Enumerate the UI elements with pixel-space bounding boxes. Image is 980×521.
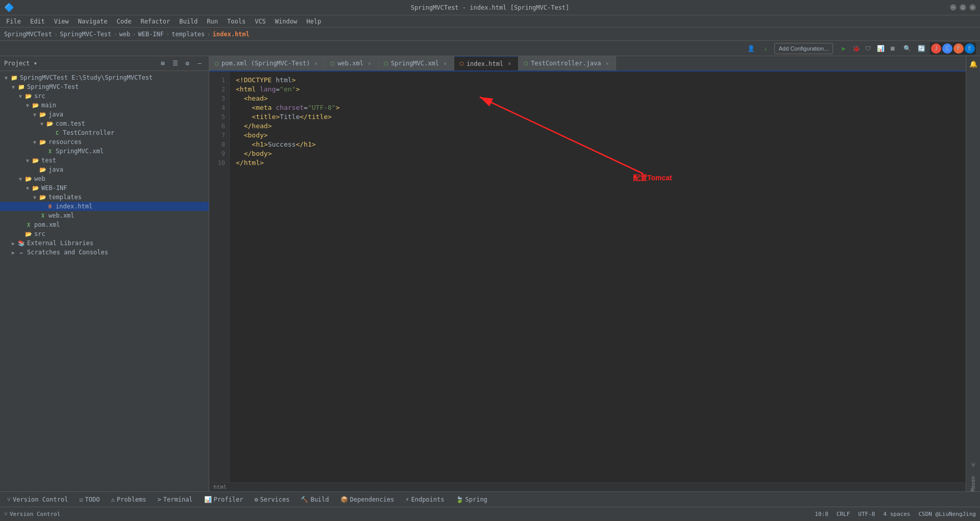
editor-tab-springmvc-xml[interactable]: ⬡SpringMVC.xml× [379, 56, 454, 70]
sidebar-collapse-all-icon[interactable]: ☰ [170, 58, 180, 68]
add-configuration-button[interactable]: Add Configuration... [774, 43, 833, 54]
bottom-tab-problems[interactable]: ⚠Problems [106, 493, 152, 506]
code-editor[interactable]: 12345678910 <!DOCTYPE html><html lang="e… [209, 72, 966, 482]
maximize-button[interactable]: □ [960, 4, 966, 11]
tree-item-testcontroller[interactable]: CTestController [0, 128, 209, 137]
tree-item-java[interactable]: ▼📂java [0, 110, 209, 119]
menu-item-help[interactable]: Help [302, 17, 325, 26]
menu-item-edit[interactable]: Edit [26, 17, 49, 26]
tree-label-com-test: com.test [56, 120, 85, 127]
breadcrumb-springmvctest[interactable]: SpringMVCTest [4, 31, 52, 38]
menu-item-vcs[interactable]: VCS [251, 17, 270, 26]
tab-label-index-html: index.html [467, 60, 503, 67]
tree-item-ext-libs[interactable]: ▶📚External Libraries [0, 239, 209, 248]
right-panel: 🔔 ⑂ Maven [966, 56, 980, 491]
bottom-tab-services[interactable]: ⚙Services [249, 493, 295, 506]
browser-icon-1[interactable]: J [931, 43, 941, 54]
bottom-tab-todo[interactable]: ☑TODO [74, 493, 105, 506]
title-bar: 🔷 SpringMVCTest - index.html [SpringMVC-… [0, 0, 980, 15]
coverage-button[interactable]: 🛡 [863, 43, 874, 54]
sidebar-hide-icon[interactable]: — [194, 58, 205, 68]
tree-item-springmvctest-root[interactable]: ▼📁SpringMVCTest E:\Study\SpringMVCTest [0, 73, 209, 82]
bottom-tab-terminal[interactable]: >Terminal [153, 493, 198, 506]
vcs-update-icon[interactable]: ↓ [760, 43, 771, 54]
menu-item-navigate[interactable]: Navigate [74, 17, 112, 26]
bottom-tab-spring[interactable]: 🍃Spring [451, 493, 493, 506]
tree-item-springmvc-xml[interactable]: XSpringMVC.xml [0, 147, 209, 156]
editor-tab-testcontroller-java[interactable]: ⬡TestController.java× [519, 56, 616, 70]
encoding-status[interactable]: UTF-8 [858, 511, 875, 517]
menu-item-window[interactable]: Window [271, 17, 301, 26]
menu-item-code[interactable]: Code [113, 17, 136, 26]
menu-item-build[interactable]: Build [175, 17, 202, 26]
line-col-status[interactable]: 10:8 [815, 511, 828, 517]
tree-item-pom-xml[interactable]: Xpom.xml [0, 220, 209, 229]
bottom-tab-dependencies[interactable]: 📦Dependencies [335, 493, 400, 506]
sidebar-expand-all-icon[interactable]: ⊞ [158, 58, 168, 68]
crlf-status[interactable]: CRLF [837, 511, 850, 517]
run-button[interactable]: ▶ [838, 43, 849, 54]
tree-item-main[interactable]: ▼📂main [0, 101, 209, 110]
menu-item-run[interactable]: Run [203, 17, 222, 26]
tab-close-springmvc-xml[interactable]: × [442, 60, 449, 67]
tree-item-java2[interactable]: 📂java [0, 165, 209, 174]
tree-item-web-xml[interactable]: Xweb.xml [0, 211, 209, 220]
tree-item-test-folder[interactable]: ▼📂test [0, 156, 209, 165]
tree-item-templates[interactable]: ▼📂templates [0, 193, 209, 202]
breadcrumb-indexhtml[interactable]: index.html [213, 31, 250, 38]
bottom-tab-build[interactable]: 🔨Build [296, 493, 334, 506]
breadcrumb-webinf[interactable]: WEB-INF [138, 31, 164, 38]
bottom-tab-endpoints[interactable]: ⚡Endpoints [400, 493, 449, 506]
breadcrumb-templates[interactable]: templates [172, 31, 205, 38]
tree-icon-web-inf: 📂 [32, 184, 40, 192]
browser-icon-chrome[interactable]: C [942, 43, 952, 54]
editor-tab-pom-xml[interactable]: ⬡pom.xml (SpringMVC-Test)× [209, 56, 325, 70]
breadcrumb-web[interactable]: web [119, 31, 131, 38]
menu-item-view[interactable]: View [50, 17, 73, 26]
tab-close-index-html[interactable]: × [506, 60, 513, 67]
tree-item-resources[interactable]: ▼📂resources [0, 137, 209, 147]
close-button[interactable]: ✕ [969, 4, 976, 11]
line-number-10: 10 [209, 158, 225, 168]
tree-item-web-inf[interactable]: ▼📂WEB-INF [0, 183, 209, 193]
tab-close-testcontroller-java[interactable]: × [603, 60, 610, 67]
tab-close-pom-xml[interactable]: × [312, 60, 320, 67]
tree-item-scratches[interactable]: ▶✏️Scratches and Consoles [0, 248, 209, 257]
tree-item-index-html[interactable]: Hindex.html [0, 202, 209, 211]
editor-tab-web-xml[interactable]: ⬡web.xml× [325, 56, 379, 70]
version-control-status[interactable]: ⑂ Version Control [4, 511, 60, 517]
user-icon[interactable]: 👤 [746, 43, 757, 54]
tree-icon-web: 📂 [24, 175, 33, 183]
tree-item-src[interactable]: ▼📂src [0, 91, 209, 101]
tree-item-springmvc-test[interactable]: ▼📁SpringMVC-Test [0, 82, 209, 91]
tab-close-web-xml[interactable]: × [366, 60, 373, 67]
bottom-tab-label-version-control: Version Control [13, 496, 68, 503]
spaces-status[interactable]: 4 spaces [883, 511, 910, 517]
browser-icon-firefox[interactable]: F [953, 43, 964, 54]
run-controls: ▶ 🐞 🛡 📊 ⏹ [838, 43, 898, 54]
maven-sidebar-label[interactable]: Maven [970, 476, 976, 491]
profile-button[interactable]: 📊 [875, 43, 886, 54]
stop-button[interactable]: ⏹ [887, 43, 898, 54]
debug-button[interactable]: 🐞 [850, 43, 862, 54]
menu-item-tools[interactable]: Tools [223, 17, 250, 26]
update-icon[interactable]: 🔄 [916, 43, 927, 54]
bottom-tab-profiler[interactable]: 📊Profiler [199, 493, 249, 506]
tree-item-src2[interactable]: 📂src [0, 229, 209, 239]
minimize-button[interactable]: — [950, 4, 957, 11]
git-icon[interactable]: ⑂ [968, 460, 979, 471]
browser-icon-edge[interactable]: E [965, 43, 975, 54]
tree-icon-templates: 📂 [39, 193, 47, 201]
editor-tab-index-html[interactable]: ⬡index.html× [454, 56, 519, 70]
notifications-icon[interactable]: 🔔 [968, 58, 979, 69]
sidebar-settings-icon[interactable]: ⚙ [182, 58, 192, 68]
tree-label-templates: templates [48, 194, 82, 201]
tree-item-com-test[interactable]: ▼📂com.test [0, 119, 209, 128]
menu-item-refactor[interactable]: Refactor [136, 17, 174, 26]
tree-item-web[interactable]: ▼📂web [0, 174, 209, 183]
breadcrumb-springmvc-test[interactable]: SpringMVC-Test [60, 31, 111, 38]
code-content[interactable]: <!DOCTYPE html><html lang="en"> <head> <… [230, 72, 966, 482]
search-everywhere-button[interactable]: 🔍 [901, 43, 913, 54]
menu-item-file[interactable]: File [2, 17, 25, 26]
bottom-tab-version-control[interactable]: ⑂Version Control [2, 493, 73, 506]
